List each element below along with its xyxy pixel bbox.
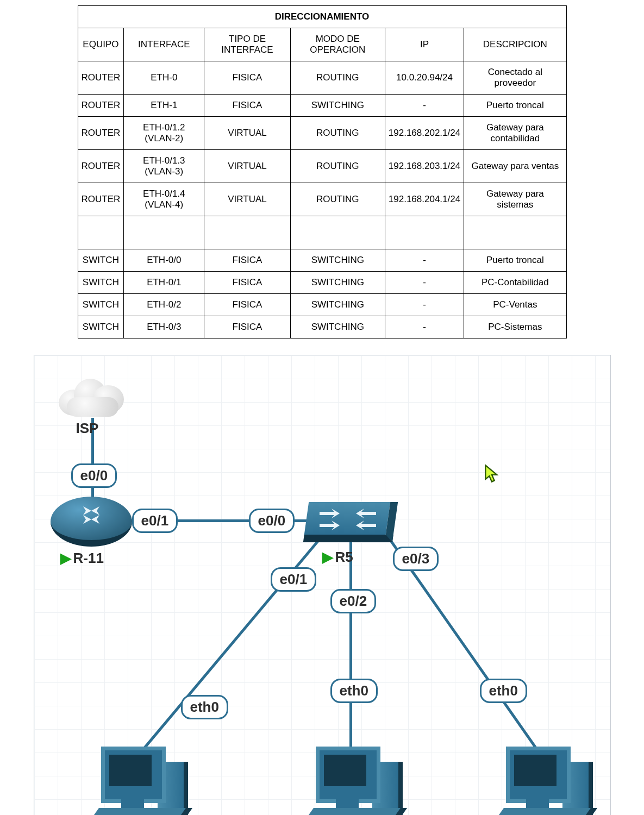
- cell-desc: PC-Contabilidad: [464, 272, 566, 294]
- table-header-row: EQUIPO INTERFACE TIPO DE INTERFACE MODO …: [78, 28, 566, 61]
- table-row: [78, 216, 566, 249]
- cell-equipo: ROUTER: [78, 150, 124, 183]
- cell-ip: 192.168.203.1/24: [385, 150, 464, 183]
- cell-interface: ETH-1: [124, 95, 204, 117]
- col-interface: INTERFACE: [124, 28, 204, 61]
- cell-tipo: FISICA: [204, 249, 290, 272]
- switch-node[interactable]: ▶R5: [306, 502, 395, 566]
- iface-switch-e00: e0/0: [249, 509, 295, 533]
- col-tipo: TIPO DE INTERFACE: [204, 28, 290, 61]
- svg-marker-1: [91, 506, 110, 515]
- cell-equipo: SWITCH: [78, 316, 124, 338]
- cell-interface: [124, 216, 204, 249]
- cell-equipo: ROUTER: [78, 95, 124, 117]
- cell-desc: Gateway para ventas: [464, 150, 566, 183]
- iface-pc1-eth0: eth0: [181, 695, 228, 719]
- cell-desc: Puerto troncal: [464, 249, 566, 272]
- play-icon: ▶: [322, 549, 333, 565]
- iface-pc2-eth0: eth0: [330, 679, 378, 703]
- svg-marker-4: [319, 509, 339, 518]
- cell-ip: -: [385, 249, 464, 272]
- iface-pc3-eth0: eth0: [480, 679, 527, 703]
- cell-desc: Conectado al proveedor: [464, 61, 566, 95]
- cell-modo: SWITCHING: [290, 95, 385, 117]
- cell-modo: ROUTING: [290, 117, 385, 150]
- cell-modo: SWITCHING: [290, 249, 385, 272]
- cell-tipo: FISICA: [204, 61, 290, 95]
- table-row: SWITCHETH-0/0FISICASWITCHING-Puerto tron…: [78, 249, 566, 272]
- cell-ip: 10.0.20.94/24: [385, 61, 464, 95]
- cloud-icon: [59, 374, 129, 418]
- cell-ip: -: [385, 316, 464, 338]
- addressing-table-container: DIRECCIONAMIENTO EQUIPO INTERFACE TIPO D…: [0, 0, 644, 338]
- pc-icon: [306, 747, 398, 815]
- table-row: SWITCHETH-0/2FISICASWITCHING-PC-Ventas: [78, 294, 566, 316]
- cell-equipo: [78, 216, 124, 249]
- cell-desc: Puerto troncal: [464, 95, 566, 117]
- pc-icon: [91, 747, 184, 815]
- cell-ip: 192.168.204.1/24: [385, 183, 464, 216]
- addressing-table: DIRECCIONAMIENTO EQUIPO INTERFACE TIPO D…: [78, 5, 567, 338]
- col-ip: IP: [385, 28, 464, 61]
- router-label: ▶R-11: [60, 550, 132, 567]
- cell-equipo: SWITCH: [78, 294, 124, 316]
- cell-tipo: FISICA: [204, 95, 290, 117]
- isp-label: ISP: [76, 420, 129, 437]
- cell-modo: ROUTING: [290, 183, 385, 216]
- cell-tipo: FISICA: [204, 272, 290, 294]
- svg-marker-2: [72, 515, 91, 524]
- cursor-icon: [484, 464, 499, 484]
- iface-switch-e02: e0/2: [330, 589, 377, 613]
- table-row: ROUTERETH-0/1.2 (VLAN-2)VIRTUALROUTING19…: [78, 117, 566, 150]
- pc-sistemas-node[interactable]: ▶Sistemas: [496, 747, 589, 815]
- cell-equipo: SWITCH: [78, 249, 124, 272]
- pc-icon: [496, 747, 589, 815]
- link-switch-pc2: [349, 540, 352, 757]
- svg-marker-8: [485, 465, 497, 481]
- pc-ventas-node[interactable]: ▶Ventas: [306, 747, 398, 815]
- pc-contabilidad-node[interactable]: ▶Contabilidad: [91, 747, 184, 815]
- network-diagram: ISP ▶R-11: [34, 355, 611, 815]
- col-modo: MODO DE OPERACION: [290, 28, 385, 61]
- iface-router-e01: e0/1: [132, 509, 178, 533]
- cell-equipo: ROUTER: [78, 61, 124, 95]
- svg-marker-0: [72, 506, 91, 515]
- switch-label: ▶R5: [322, 549, 395, 566]
- cell-equipo: SWITCH: [78, 272, 124, 294]
- cell-desc: PC-Ventas: [464, 294, 566, 316]
- cell-tipo: FISICA: [204, 316, 290, 338]
- cell-modo: ROUTING: [290, 150, 385, 183]
- table-row: ROUTERETH-0/1.3 (VLAN-3)VIRTUALROUTING19…: [78, 150, 566, 183]
- cell-interface: ETH-0/0: [124, 249, 204, 272]
- iface-switch-e03: e0/3: [393, 547, 439, 571]
- cell-interface: ETH-0/1: [124, 272, 204, 294]
- cell-equipo: ROUTER: [78, 183, 124, 216]
- svg-marker-5: [355, 509, 376, 518]
- cell-modo: SWITCHING: [290, 272, 385, 294]
- cell-equipo: ROUTER: [78, 117, 124, 150]
- iface-router-e00: e0/0: [71, 463, 117, 488]
- cell-interface: ETH-0/3: [124, 316, 204, 338]
- svg-marker-7: [355, 521, 376, 530]
- play-icon: ▶: [60, 550, 71, 566]
- cell-tipo: [204, 216, 290, 249]
- svg-marker-3: [91, 515, 110, 524]
- cell-modo: [290, 216, 385, 249]
- cell-tipo: FISICA: [204, 294, 290, 316]
- cell-ip: -: [385, 95, 464, 117]
- cell-tipo: VIRTUAL: [204, 183, 290, 216]
- col-equipo: EQUIPO: [78, 28, 124, 61]
- cell-ip: 192.168.202.1/24: [385, 117, 464, 150]
- cell-tipo: VIRTUAL: [204, 150, 290, 183]
- iface-switch-e01: e0/1: [271, 567, 317, 592]
- isp-node[interactable]: ISP: [59, 374, 129, 437]
- cell-interface: ETH-0/1.3 (VLAN-3): [124, 150, 204, 183]
- table-row: ROUTERETH-0/1.4 (VLAN-4)VIRTUALROUTING19…: [78, 183, 566, 216]
- router-icon: [51, 497, 132, 547]
- router-node[interactable]: ▶R-11: [51, 497, 132, 567]
- cell-modo: SWITCHING: [290, 294, 385, 316]
- cell-interface: ETH-0: [124, 61, 204, 95]
- table-row: SWITCHETH-0/3FISICASWITCHING-PC-Sistemas: [78, 316, 566, 338]
- cell-desc: PC-Sistemas: [464, 316, 566, 338]
- table-row: SWITCHETH-0/1FISICASWITCHING-PC-Contabil…: [78, 272, 566, 294]
